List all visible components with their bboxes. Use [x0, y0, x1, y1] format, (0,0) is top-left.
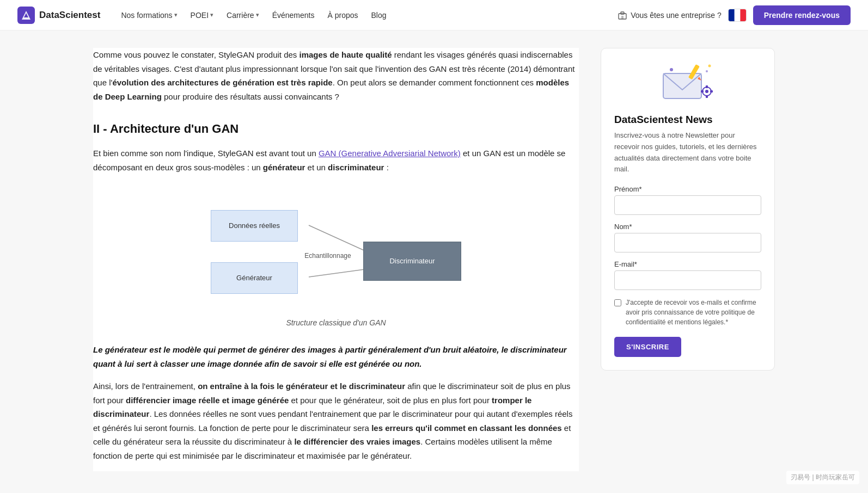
svg-line-10: [309, 269, 369, 277]
nav-item-poei[interactable]: POEI ▾: [185, 8, 219, 23]
svg-rect-12: [663, 73, 701, 98]
enterprise-icon: [618, 10, 627, 20]
email-input[interactable]: [614, 270, 761, 290]
cta-button[interactable]: Prendre rendez-vous: [753, 5, 851, 25]
watermark: 刃易号 | 时尚玩家岳可: [786, 471, 859, 484]
newsletter-card: DataScientest News Inscrivez-vous à notr…: [601, 48, 775, 371]
email-group: E-mail*: [614, 260, 761, 290]
consent-label: J'accepte de recevoir vos e-mails et con…: [626, 298, 761, 327]
svg-point-16: [706, 70, 708, 72]
svg-rect-22: [701, 90, 704, 93]
nav-item-apropos[interactable]: À propos: [322, 8, 363, 23]
consent-row: J'accepte de recevoir vos e-mails et con…: [614, 298, 761, 327]
navbar-right: Vous êtes une entreprise ? Prendre rende…: [618, 5, 851, 25]
nom-group: Nom*: [614, 223, 761, 252]
page-wrapper: Comme vous pouvez le constater, StyleGAN…: [80, 30, 788, 489]
prenom-input[interactable]: [614, 195, 761, 215]
svg-line-9: [309, 225, 369, 252]
svg-rect-23: [710, 90, 713, 93]
consent-checkbox[interactable]: [614, 299, 621, 306]
svg-rect-8: [740, 9, 746, 21]
main-paragraph: Ainsi, lors de l'entrainement, on entraî…: [93, 379, 579, 463]
navbar: DataScientest Nos formations ▾ POEI ▾ Ca…: [0, 0, 868, 30]
nom-label: Nom*: [614, 223, 761, 231]
logo[interactable]: DataScientest: [17, 7, 100, 24]
chevron-down-icon: ▾: [256, 11, 259, 19]
nav-item-evenements[interactable]: Événements: [267, 8, 320, 23]
chevron-down-icon: ▾: [210, 11, 213, 19]
donnees-reelles-box: Données réelles: [211, 210, 298, 242]
svg-point-19: [705, 90, 708, 93]
gan-figure: Echantillonnage Données réelles: [93, 187, 579, 330]
nom-input[interactable]: [614, 233, 761, 252]
section-title: II - Architecture d'un GAN: [93, 119, 579, 139]
newsletter-image-area: [614, 61, 761, 105]
enterprise-link[interactable]: Vous êtes une entreprise ?: [618, 10, 722, 20]
nav-links: Nos formations ▾ POEI ▾ Carrière ▾ Événe…: [115, 8, 392, 23]
svg-point-15: [670, 68, 673, 71]
newsletter-title: DataScientest News: [614, 114, 761, 126]
logo-icon: [17, 7, 35, 24]
svg-rect-20: [706, 85, 708, 88]
svg-text:Echantillonnage: Echantillonnage: [304, 252, 351, 260]
nav-item-formations[interactable]: Nos formations ▾: [115, 8, 182, 23]
prenom-group: Prénom*: [614, 185, 761, 215]
nav-item-blog[interactable]: Blog: [366, 8, 392, 23]
sidebar: DataScientest News Inscrivez-vous à notr…: [601, 48, 775, 471]
logo-text: DataScientest: [39, 10, 100, 21]
blockquote: Le générateur est le modèle qui permet d…: [93, 343, 579, 371]
newsletter-icon: [658, 61, 718, 105]
article-body: Comme vous pouvez le constater, StyleGAN…: [93, 48, 579, 463]
svg-rect-5: [621, 16, 624, 19]
section-intro-paragraph: Et bien comme son nom l'indique, StyleGA…: [93, 146, 579, 174]
navbar-left: DataScientest Nos formations ▾ POEI ▾ Ca…: [17, 7, 392, 24]
svg-rect-21: [706, 95, 708, 98]
svg-rect-7: [729, 9, 735, 21]
main-content: Comme vous pouvez le constater, StyleGAN…: [93, 48, 579, 471]
chevron-down-icon: ▾: [174, 11, 178, 19]
nav-item-carriere[interactable]: Carrière ▾: [221, 8, 265, 23]
prenom-label: Prénom*: [614, 185, 761, 193]
newsletter-desc: Inscrivez-vous à notre Newsletter pour r…: [614, 130, 761, 175]
gan-link[interactable]: GAN (Generative Adversiarial Network): [319, 149, 461, 158]
figure-caption: Structure classique d'un GAN: [93, 317, 579, 330]
svg-point-17: [708, 65, 711, 67]
discriminateur-box: Discriminateur: [363, 242, 461, 281]
svg-rect-4: [621, 12, 624, 14]
subscribe-button[interactable]: S'INSCRIRE: [614, 337, 681, 357]
intro-paragraph: Comme vous pouvez le constater, StyleGAN…: [93, 48, 579, 103]
flag-french[interactable]: [728, 9, 747, 22]
generateur-box: Générateur: [211, 262, 298, 294]
email-label: E-mail*: [614, 260, 761, 268]
